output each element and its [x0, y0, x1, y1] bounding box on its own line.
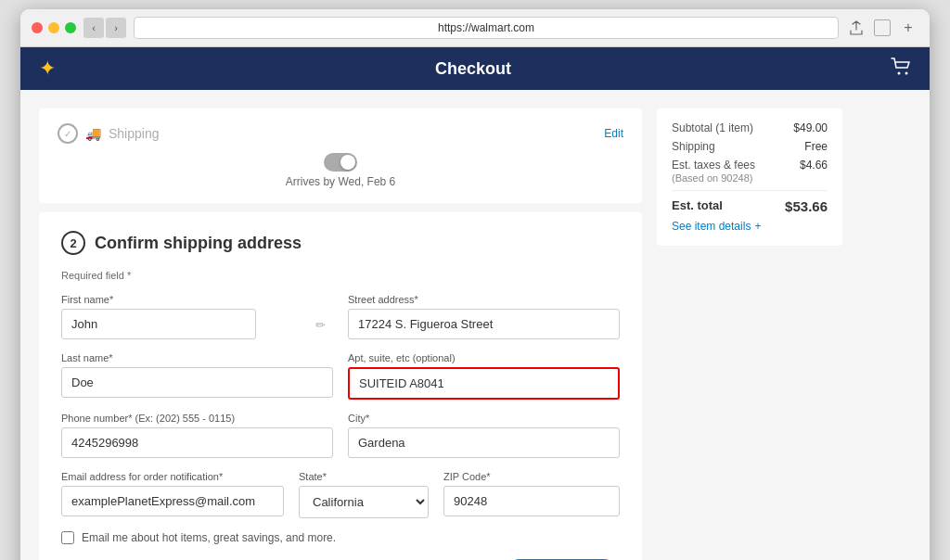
street-address-group: Street address* — [348, 294, 620, 339]
taxes-row: Est. taxes & fees (Based on 90248) $4.66 — [672, 159, 828, 185]
form-row-4: Email address for order notification* St… — [61, 471, 620, 518]
taxes-note: (Based on 90248) — [672, 172, 752, 184]
required-note: Required field * — [61, 270, 620, 281]
cart-icon[interactable] — [891, 57, 911, 81]
email-label: Email address for order notification* — [61, 471, 284, 482]
phone-input[interactable] — [61, 427, 333, 458]
street-label: Street address* — [348, 294, 620, 305]
arrives-text: Arrives by Wed, Feb 6 — [58, 175, 623, 188]
new-tab-button[interactable]: + — [898, 18, 918, 38]
form-row-1: First name* ✏ Street address* — [61, 294, 620, 339]
last-name-label: Last name* — [61, 352, 333, 363]
toggle-switch[interactable] — [58, 153, 623, 172]
subtotal-label: Subtotal (1 item) — [672, 121, 753, 134]
checkbox-label: Email me about hot items, great savings,… — [82, 531, 336, 544]
see-details-link[interactable]: See item details + — [672, 220, 828, 233]
share-button[interactable] — [846, 18, 867, 38]
total-row: Est. total $53.66 — [672, 190, 828, 214]
duplicate-button[interactable] — [872, 18, 892, 38]
city-label: City* — [348, 413, 620, 424]
form-row-2: Last name* Apt, suite, etc (optional) — [61, 352, 620, 400]
first-name-input[interactable] — [61, 309, 256, 339]
shipping-summary-label: Shipping — [672, 140, 715, 153]
pencil-icon: ✏ — [315, 317, 326, 331]
email-group: Email address for order notification* — [61, 471, 284, 518]
email-opt-in-row: Email me about hot items, great savings,… — [61, 531, 620, 544]
step-number: 2 — [61, 231, 85, 255]
total-value: $53.66 — [785, 198, 828, 214]
shipping-text: Shipping — [109, 126, 160, 141]
zip-group: ZIP Code* — [443, 471, 620, 518]
taxes-value: $4.66 — [800, 159, 828, 185]
traffic-lights — [32, 22, 76, 33]
apt-group: Apt, suite, etc (optional) — [348, 352, 620, 400]
walmart-header: ✦ Checkout — [20, 47, 930, 90]
confirm-address-section: 2 Confirm shipping address Required fiel… — [39, 212, 642, 560]
email-input[interactable] — [61, 486, 284, 516]
phone-label: Phone number* (Ex: (202) 555 - 0115) — [61, 413, 333, 424]
taxes-label: Est. taxes & fees (Based on 90248) — [672, 159, 755, 185]
total-label: Est. total — [672, 198, 723, 214]
plus-icon: + — [754, 220, 761, 233]
svg-point-1 — [905, 71, 907, 74]
apt-input[interactable] — [348, 367, 620, 400]
nav-back-button[interactable]: ‹ — [83, 18, 104, 38]
section-header: 2 Confirm shipping address — [61, 231, 620, 255]
edit-link[interactable]: Edit — [604, 127, 623, 140]
street-input[interactable] — [348, 309, 620, 339]
form-row-3: Phone number* (Ex: (202) 555 - 0115) Cit… — [61, 413, 620, 458]
zip-input[interactable] — [443, 486, 620, 516]
state-label: State* — [299, 471, 429, 482]
shipping-label: ✓ 🚚 Shipping — [58, 123, 160, 144]
last-name-group: Last name* — [61, 352, 333, 400]
shipping-section: ✓ 🚚 Shipping Edit Arrives by Wed, Feb 6 — [39, 108, 642, 203]
svg-point-0 — [897, 71, 900, 74]
subtotal-value: $49.00 — [793, 121, 828, 134]
walmart-logo: ✦ — [39, 57, 56, 81]
square-icon — [874, 19, 891, 36]
first-name-group: First name* ✏ — [61, 294, 333, 339]
order-summary: Subtotal (1 item) $49.00 Shipping Free E… — [657, 108, 842, 246]
city-group: City* — [348, 413, 620, 458]
first-name-label: First name* — [61, 294, 333, 305]
shipping-row: Shipping Free — [672, 140, 828, 153]
last-name-input[interactable] — [61, 367, 333, 398]
page-title: Checkout — [435, 59, 511, 79]
city-input[interactable] — [348, 427, 620, 458]
address-bar[interactable]: https://walmart.com — [134, 17, 839, 39]
state-select[interactable]: California — [299, 486, 429, 518]
truck-icon: 🚚 — [85, 126, 101, 141]
apt-label: Apt, suite, etc (optional) — [348, 352, 620, 363]
state-group: State* California — [299, 471, 429, 518]
nav-forward-button[interactable]: › — [106, 18, 126, 38]
check-circle: ✓ — [58, 123, 78, 144]
shipping-summary-value: Free — [804, 140, 828, 153]
section-title: Confirm shipping address — [95, 234, 302, 253]
subtotal-row: Subtotal (1 item) $49.00 — [672, 121, 828, 134]
email-opt-in-checkbox[interactable] — [61, 531, 74, 544]
zip-label: ZIP Code* — [443, 471, 620, 482]
phone-group: Phone number* (Ex: (202) 555 - 0115) — [61, 413, 333, 458]
